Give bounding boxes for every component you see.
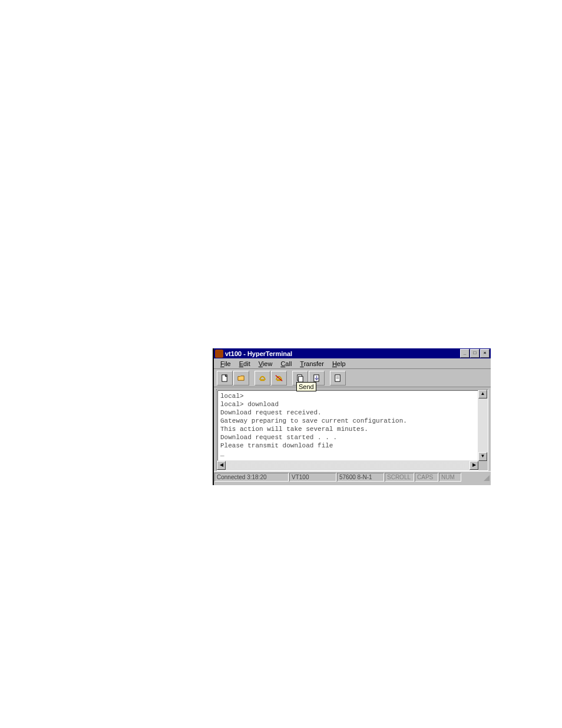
terminal-line: local> download	[220, 401, 279, 408]
new-button[interactable]	[217, 371, 233, 386]
terminal-line: This action will take several minutes.	[220, 426, 368, 433]
menu-file-rest: ile	[224, 360, 231, 367]
connect-button[interactable]	[254, 371, 270, 386]
toolbar: Send	[214, 369, 491, 387]
minimize-button[interactable]: _	[460, 349, 470, 358]
scroll-down-icon[interactable]: ▼	[478, 452, 487, 461]
app-icon	[215, 350, 223, 358]
menu-edit[interactable]: Edit	[235, 360, 254, 368]
disconnect-button[interactable]	[271, 371, 287, 386]
terminal-line: Please transmit download file	[220, 442, 333, 449]
terminal-frame: local> local> download Download request …	[216, 389, 488, 471]
terminal-line: Download request received.	[220, 409, 322, 416]
send-tooltip: Send	[296, 382, 316, 391]
menu-transfer[interactable]: Transfer	[296, 360, 328, 368]
svg-rect-5	[299, 376, 303, 381]
scroll-corner	[478, 461, 488, 470]
terminal-output[interactable]: local> local> download Download request …	[217, 390, 478, 461]
terminal-line: Gateway preparing to save current config…	[220, 417, 407, 424]
scroll-track[interactable]	[226, 461, 470, 470]
status-num: NUM	[439, 473, 461, 482]
resize-grip[interactable]	[481, 473, 491, 482]
terminal-line: local>	[220, 393, 244, 400]
status-emulation: VT100	[289, 473, 336, 482]
menu-view[interactable]: View	[254, 360, 277, 368]
open-button[interactable]	[233, 371, 249, 386]
scroll-left-icon[interactable]: ◀	[217, 461, 226, 470]
horizontal-scrollbar[interactable]: ◀ ▶	[217, 461, 478, 470]
close-button[interactable]: ×	[480, 349, 490, 358]
scroll-track[interactable]	[478, 398, 488, 452]
menu-call[interactable]: Call	[276, 360, 296, 368]
hyperterminal-window: vt100 - HyperTerminal _ □ × File Edit Vi…	[213, 348, 491, 485]
terminal-line: Download request started . . .	[220, 434, 337, 441]
terminal-cursor: _	[220, 450, 224, 457]
status-comm: 57600 8-N-1	[337, 473, 384, 482]
status-caps: CAPS	[415, 473, 438, 482]
maximize-button[interactable]: □	[470, 349, 480, 358]
title-bar[interactable]: vt100 - HyperTerminal _ □ ×	[214, 348, 491, 358]
scroll-right-icon[interactable]: ▶	[470, 461, 478, 470]
status-scroll: SCROLL	[385, 473, 414, 482]
svg-rect-1	[260, 379, 265, 381]
menu-file[interactable]: File	[216, 360, 235, 368]
scroll-up-icon[interactable]: ▲	[478, 390, 487, 398]
window-title: vt100 - HyperTerminal	[225, 350, 460, 357]
menu-bar: File Edit View Call Transfer Help	[214, 358, 491, 369]
status-connected: Connected 3:18:20	[214, 473, 289, 482]
menu-help[interactable]: Help	[328, 360, 350, 368]
vertical-scrollbar[interactable]: ▲ ▼	[478, 390, 488, 461]
status-bar: Connected 3:18:20 VT100 57600 8-N-1 SCRO…	[214, 471, 491, 483]
properties-button[interactable]	[330, 371, 346, 386]
svg-rect-8	[335, 374, 340, 381]
